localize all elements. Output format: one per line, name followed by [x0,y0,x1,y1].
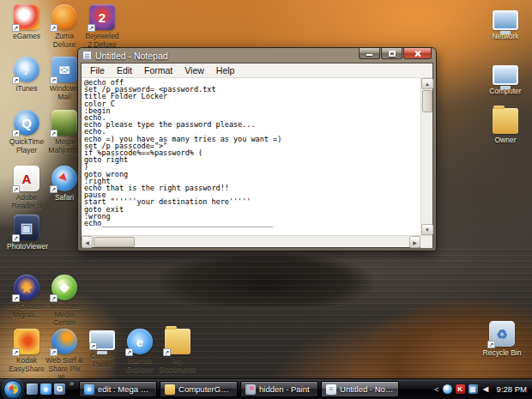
taskbar-button-computergadgets[interactable]: ComputerGadgets [160,381,238,397]
show-desktop-icon[interactable] [27,384,38,395]
desktop-icon-my-documents[interactable]: ↗My Documents [158,329,197,373]
shortcut-arrow-icon: ↗ [163,348,171,356]
menu-format[interactable]: Format [138,65,178,76]
text-area-wrap: @echo off set /p password= <password.txt… [82,78,432,235]
windows-media-center-icon: ❖↗ [51,275,77,300]
desktop-icon-label: My Documents [158,357,197,373]
desktop-icon-egames[interactable]: ↗eGames [7,4,46,41]
control-panel-icon: ↗ [89,330,115,350]
minimize-icon [366,54,372,56]
itunes-icon: ♪↗ [14,57,39,82]
owner-icon [493,108,518,134]
windows-mail-icon: ✉↗ [51,57,77,82]
desktop-icon-label: Internet Explorer [120,357,160,373]
quick-launch: e⧉ [25,384,67,395]
switch-windows-icon[interactable]: ⧉ [54,384,65,395]
vertical-scroll-track[interactable] [421,113,432,224]
desktop-icon-recycle-bin[interactable]: ♻↗Recycle Bin [482,321,522,358]
desktop-icon-label: PhotoViewer [7,243,46,251]
internet-explorer-icon: e↗ [127,329,153,354]
scrollbar-corner [420,236,432,248]
desktop-icon-label: eGames [7,33,46,41]
desktop-icon-label: Control Panel [82,353,122,369]
antivirus-icon[interactable]: K [456,384,465,394]
desktop-icon-network[interactable]: Network [486,9,525,41]
taskbar-button-edit-mega-folder-l[interactable]: eedit : Mega Folder L... [79,381,157,397]
scroll-left-icon[interactable] [82,236,93,248]
desktop-icon-computer[interactable]: Computer [486,63,525,96]
desktop-icon-bejeweled-2-deluxe[interactable]: 2↗Bejeweled 2 Deluxe [82,4,122,49]
taskbar-buttons: eedit : Mega Folder L...ComputerGadgetsh… [79,381,432,397]
menu-file[interactable]: File [84,65,111,76]
vertical-scrollbar[interactable] [420,78,432,235]
scroll-right-icon[interactable] [409,236,420,248]
messenger-icon[interactable] [443,384,452,394]
desktop-icon-label: HP Dilation Migrati... [7,303,46,319]
desktop-icon-zuma-deluxe[interactable]: ↗Zuma Deluxe [45,4,84,49]
desktop-icon-web-surf-share-pix-wi[interactable]: ↗Web Surf & Share Pix wi... [45,329,84,382]
menu-help[interactable]: Help [210,65,241,76]
quick-launch-overflow-icon[interactable]: » [70,379,74,388]
shortcut-arrow-icon: ↗ [50,76,57,84]
close-button[interactable] [403,48,432,59]
desktop-icon-label: Bejeweled 2 Deluxe [82,33,122,49]
desktop-icon-adobe-reader-8[interactable]: A↗Adobe Reader 8 [7,166,46,210]
desktop-icon-control-panel[interactable]: ↗Control Panel [82,329,122,369]
shortcut-arrow-icon: ↗ [12,348,20,356]
network-status-icon[interactable]: ▦ [469,384,478,394]
horizontal-scrollbar[interactable] [82,235,432,247]
desktop-icon-label: Owner [486,136,525,145]
desktop-icon-quicktime-player[interactable]: Q↗QuickTime Player [7,110,46,154]
tray-expand-icon[interactable]: < [434,385,438,394]
scroll-down-icon[interactable] [421,224,433,235]
notepad-titlebar[interactable]: Untitled - Notepad [81,48,433,63]
desktop-icon-hp-dilation-migrati[interactable]: ★↗HP Dilation Migrati... [7,275,46,319]
taskbar-button-untitled-notepad[interactable]: ≡Untitled - Notepad [321,381,399,397]
desktop-icon-photoviewer[interactable]: ▣↗PhotoViewer [7,215,46,251]
hp-dilation-migrati-icon: ★↗ [14,275,39,300]
tray-icons: K▦◀ [443,384,491,394]
internet-explorer-icon[interactable]: e [40,384,51,395]
zuma-deluxe-icon: ↗ [51,4,77,30]
desktop-icon-label: Kodak EasyShare [7,357,46,373]
vertical-scroll-thumb[interactable] [422,90,432,112]
desktop-icon-label: Windows Media Center [45,303,84,328]
paint-icon [245,384,256,395]
maximize-button[interactable] [381,48,402,59]
recycle-bin-icon: ♻↗ [489,321,515,347]
shortcut-arrow-icon: ↗ [12,234,20,242]
desktop-icon-label: Recycle Bin [482,349,522,358]
desktop-icon-label: Zuma Deluxe [45,33,84,49]
egames-icon: ↗ [14,4,39,30]
desktop-icon-label: iTunes [7,85,46,94]
start-button[interactable] [3,380,22,399]
menu-view[interactable]: View [178,65,210,76]
taskbar-button-label: ComputerGadgets [178,384,233,394]
shortcut-arrow-icon: ↗ [88,24,95,32]
menu-edit[interactable]: Edit [111,65,138,76]
scroll-up-icon[interactable] [421,78,433,89]
folder-icon [165,384,175,395]
notepad-text[interactable]: @echo off set /p password= <password.txt… [82,78,420,235]
shortcut-arrow-icon: ↗ [50,294,57,302]
minimize-button[interactable] [359,48,380,59]
tray-clock[interactable]: 9:28 PM [497,384,527,394]
volume-icon[interactable]: ◀ [481,384,491,394]
taskbar-button-hidden-paint[interactable]: hidden - Paint [240,381,318,397]
adobe-reader-8-icon: A↗ [14,166,39,191]
desktop-icon-windows-media-center[interactable]: ❖↗Windows Media Center [45,275,84,328]
horizontal-scroll-track[interactable] [136,236,409,247]
desktop-icon-owner[interactable]: Owner [486,108,525,145]
desktop-icon-kodak-easyshare[interactable]: ↗Kodak EasyShare [7,329,46,373]
shortcut-arrow-icon: ↗ [125,348,133,356]
bejeweled-2-deluxe-icon: 2↗ [89,4,115,30]
desktop-icon-itunes[interactable]: ♪↗iTunes [7,57,46,94]
quicktime-player-icon: Q↗ [14,110,39,136]
taskbar-button-label: Untitled - Notepad [340,384,394,394]
desktop-icon-internet-explorer[interactable]: e↗Internet Explorer [120,329,160,373]
system-tray: < K▦◀ 9:28 PM [434,384,529,394]
taskbar-button-label: edit : Mega Folder L... [98,384,152,394]
shortcut-arrow-icon: ↗ [50,24,57,32]
photoviewer-icon: ▣↗ [14,215,39,240]
horizontal-scroll-thumb[interactable] [94,237,135,247]
